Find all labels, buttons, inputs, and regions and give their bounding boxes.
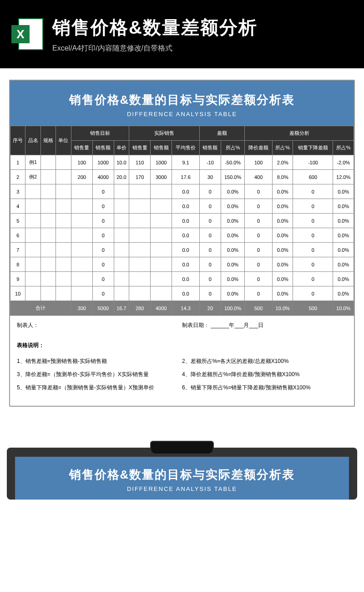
- totals-label: 合计: [10, 301, 71, 316]
- cell-a_price: 0.0: [172, 228, 200, 243]
- table-row: 800.000.0%00.0%00.0%: [10, 257, 354, 272]
- col-an-qty-pct: 所占%: [333, 141, 354, 155]
- table-row: 2例2200400020.0170300017.630150.0%4008.0%…: [10, 170, 354, 184]
- note-item: 6、销量下降所占%=销量下降差额/预测销售额X100%: [182, 381, 347, 394]
- cell-t_amt: 0: [92, 243, 114, 257]
- cell-d_amt: 0: [199, 214, 221, 228]
- cell-spec: [40, 228, 56, 243]
- cell-unit: [56, 170, 71, 184]
- cell-seq: 9: [10, 272, 25, 286]
- doc-banner: 销售价格&数量的目标与实际差额分析表 DIFFERENCE ANALYSIS T…: [10, 81, 354, 126]
- cell-t_price: [114, 243, 129, 257]
- cell-a_qty: [129, 286, 151, 301]
- cell-t_price: [114, 286, 129, 301]
- notes-section: 表格说明： 1、销售差额=预测销售额-实际销售额2、差额所占%=各大区的差额/总…: [10, 335, 354, 406]
- cell-an_price_diff: 0: [245, 199, 273, 214]
- cell-seq: 1: [10, 155, 25, 170]
- excel-icon: X: [9, 16, 46, 52]
- cell-an_qty_pct: 0.0%: [333, 272, 354, 286]
- cell-d_pct: 0.0%: [221, 272, 244, 286]
- cell-d_amt: 0: [199, 243, 221, 257]
- doc-title: 销售价格&数量的目标与实际差额分析表: [15, 92, 349, 108]
- page-header: X 销售价格&数量差额分析 Excel/A4打印/内容随意修改/自带格式: [0, 0, 364, 68]
- table-row: 600.000.0%00.0%00.0%: [10, 228, 354, 243]
- cell-an_qty_diff: 0: [293, 257, 333, 272]
- cell-an_qty_pct: 0.0%: [333, 243, 354, 257]
- cell-t_qty: [71, 214, 92, 228]
- col-group-target: 销售目标: [71, 126, 129, 141]
- cell-t_qty: 100: [71, 155, 92, 170]
- note-item: 3、降价差额=（预测单价-实际平均售价）X实际销售量: [17, 368, 182, 381]
- cell-unit: [56, 243, 71, 257]
- cell-t_amt: 0: [92, 199, 114, 214]
- cell-an_price_diff: 0: [245, 228, 273, 243]
- table-row: 900.000.0%00.0%00.0%: [10, 272, 354, 286]
- col-seq: 序号: [10, 126, 25, 155]
- cell-a_qty: 110: [129, 155, 151, 170]
- cell-an_qty_pct: 0.0%: [333, 257, 354, 272]
- cell-d_pct: 0.0%: [221, 214, 244, 228]
- cell-an_price_pct: 0.0%: [272, 257, 293, 272]
- cell-t_qty: 200: [71, 170, 92, 184]
- cell-name: 例1: [25, 155, 40, 170]
- cell-a_qty: [129, 257, 151, 272]
- col-unit: 单位: [56, 126, 71, 155]
- cell-a_qty: [129, 214, 151, 228]
- cell-t_price: [114, 228, 129, 243]
- cell-name: 例2: [25, 170, 40, 184]
- cell-t_amt: 0: [92, 184, 114, 199]
- cell-d_pct: 0.0%: [221, 228, 244, 243]
- col-group-actual: 实际销售: [129, 126, 200, 141]
- cell-d_pct: 0.0%: [221, 286, 244, 301]
- col-d-pct: 所占%: [221, 141, 244, 155]
- cell-unit: [56, 272, 71, 286]
- cell-t_qty: [71, 257, 92, 272]
- cell-an_qty_pct: 0.0%: [333, 286, 354, 301]
- cell-d_pct: 150.0%: [221, 170, 244, 184]
- cell-d_pct: 0.0%: [221, 257, 244, 272]
- cell-t_qty: [71, 199, 92, 214]
- cell-t_amt: 0: [92, 272, 114, 286]
- cell-name: [25, 243, 40, 257]
- cell-a_qty: [129, 184, 151, 199]
- cell-an_qty_diff: 0: [293, 228, 333, 243]
- cell-t_amt: 1000: [92, 155, 114, 170]
- cell-an_price_pct: 0.0%: [272, 228, 293, 243]
- doc-title-2: 销售价格&数量的目标与实际差额分析表: [20, 467, 344, 483]
- cell-a_amt: 3000: [151, 170, 172, 184]
- cell-a_amt: [151, 214, 172, 228]
- cell-an_qty_diff: 0: [293, 214, 333, 228]
- note-item: 1、销售差额=预测销售额-实际销售额: [17, 355, 182, 368]
- cell-spec: [40, 184, 56, 199]
- cell-an_price_pct: 0.0%: [272, 199, 293, 214]
- cell-an_qty_pct: 0.0%: [333, 184, 354, 199]
- cell-seq: 5: [10, 214, 25, 228]
- cell-t_price: 20.0: [114, 170, 129, 184]
- cell-an_qty_diff: 0: [293, 243, 333, 257]
- cell-name: [25, 257, 40, 272]
- col-a-amt: 销售额: [151, 141, 172, 155]
- cell-unit: [56, 214, 71, 228]
- cell-seq: 4: [10, 199, 25, 214]
- cell-an_price_pct: 2.0%: [272, 155, 293, 170]
- cell-a_price: 0.0: [172, 272, 200, 286]
- cell-name: [25, 272, 40, 286]
- cell-a_amt: [151, 184, 172, 199]
- cell-seq: 6: [10, 228, 25, 243]
- cell-an_qty_pct: -2.0%: [333, 155, 354, 170]
- table-row: 500.000.0%00.0%00.0%: [10, 214, 354, 228]
- col-a-qty: 销售量: [129, 141, 151, 155]
- cell-d_amt: 0: [199, 228, 221, 243]
- cell-name: [25, 184, 40, 199]
- cell-seq: 8: [10, 257, 25, 272]
- page-subtitle: Excel/A4打印/内容随意修改/自带格式: [52, 44, 258, 53]
- cell-spec: [40, 214, 56, 228]
- cell-spec: [40, 257, 56, 272]
- cell-a_qty: 170: [129, 170, 151, 184]
- cell-name: [25, 214, 40, 228]
- cell-an_qty_diff: 0: [293, 184, 333, 199]
- cell-d_pct: -50.0%: [221, 155, 244, 170]
- col-an-qty-diff: 销量下降差额: [293, 141, 333, 155]
- col-spec: 规格: [40, 126, 56, 155]
- cell-t_qty: [71, 184, 92, 199]
